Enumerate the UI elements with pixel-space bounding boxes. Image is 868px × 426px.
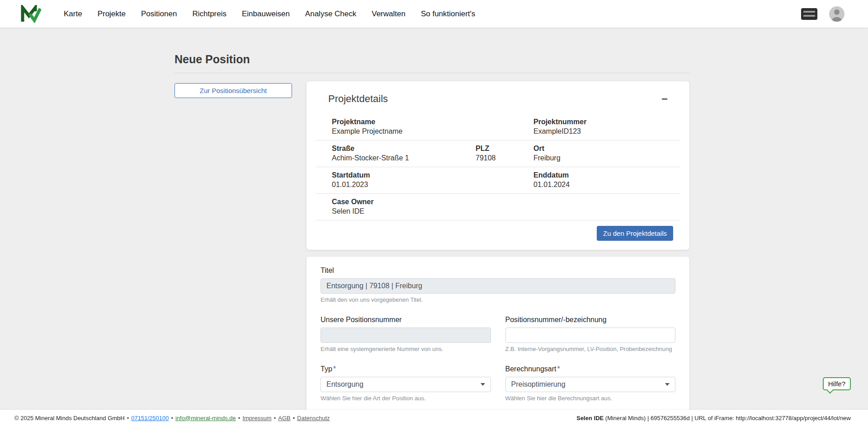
strasse-label: Straße [332,145,476,153]
main-nav: Karte Projekte Positionen Richtpreis Ein… [64,9,475,19]
titel-input [321,278,675,294]
table-row: Case Owner Selen IDE [316,194,680,220]
positionsnummer-help: Z.B. Interne-Vorgangsnummer, LV-Position… [505,346,676,352]
case-owner-value: Selen IDE [332,207,664,215]
main-content: Neue Position Zur Positionsübersicht Pro… [0,28,689,426]
unsere-positionsnummer-label: Unsere Positionsnummer [321,316,491,324]
titel-group: Titel Erhält den von uns vorgegebenen Ti… [321,267,675,303]
positionsnummer-label: Positionsnummer/-bezeichnung [505,316,676,324]
case-owner-label: Case Owner [332,198,664,206]
projektnummer-value: ExampleID123 [533,127,664,136]
project-details-card: Projektdetails − Projektname Example Pro… [307,81,689,250]
berechnungsart-label: Berechnungsart* [505,365,676,373]
separator-dot: • [171,415,173,421]
footer-user-name: Selen IDE [576,415,604,421]
table-row: Projektname Example Projectname Projektn… [316,114,680,140]
typ-help: Wählen Sie hier die Art der Position aus… [321,395,491,402]
separator-dot: • [274,415,276,421]
ort-label: Ort [533,145,664,153]
typ-selected-value: Entsorgung [326,380,363,389]
separator-dot: • [127,415,129,421]
typ-select[interactable]: Entsorgung [321,377,491,392]
project-card-title: Projektdetails [328,93,388,105]
enddatum-label: Enddatum [533,171,664,179]
phone-link[interactable]: 07151/250100 [131,415,169,421]
footer-session-details: (Mineral Minds) | 69576255536d | URL of … [604,415,851,421]
left-column: Zur Positionsübersicht [175,81,292,98]
logo-m-check-icon [20,5,41,23]
ort-value: Freiburg [533,154,664,162]
server-icon[interactable] [801,8,817,20]
top-navbar: Karte Projekte Positionen Richtpreis Ein… [0,0,868,28]
nav-karte[interactable]: Karte [64,9,82,19]
navbar-right [801,6,844,22]
berechnungsart-group: Berechnungsart* Preisoptimierung Wählen … [505,365,676,402]
page-title: Neue Position [175,53,689,66]
titel-help: Erhält den von uns vorgegebenen Titel. [321,296,675,303]
nav-einbauweisen[interactable]: Einbauweisen [242,9,290,19]
position-form-card: Titel Erhält den von uns vorgegebenen Ti… [307,257,689,426]
table-row: Straße Achim-Stocker-Straße 1 PLZ 79108 … [316,140,680,167]
unsere-positionsnummer-input [321,328,491,343]
nav-positionen[interactable]: Positionen [141,9,177,19]
nav-so-funktionierts[interactable]: So funktioniert's [421,9,475,19]
footer-left: © 2025 Mineral Minds Deutschland GmbH•07… [14,415,330,421]
berechnungsart-help: Wählen Sie hier die Berechnungsart aus. [505,395,676,402]
project-details-button[interactable]: Zu den Projektdetails [597,226,673,241]
footer: © 2025 Mineral Minds Deutschland GmbH•07… [0,410,868,426]
copyright-text: © 2025 Mineral Minds Deutschland GmbH [14,415,125,421]
email-link[interactable]: info@mineral-minds.de [175,415,236,421]
separator-dot: • [238,415,241,421]
typ-label-text: Typ [321,365,332,373]
enddatum-value: 01.01.2024 [533,181,664,189]
unsere-positionsnummer-group: Unsere Positionsnummer Erhält eine syste… [321,316,491,352]
typ-label: Typ* [321,365,491,373]
positionsnummer-group: Positionsnummer/-bezeichnung Z.B. Intern… [505,316,676,352]
title-divider [175,73,689,73]
datenschutz-link[interactable]: Datenschutz [297,415,330,421]
required-asterisk: * [333,365,336,373]
berechnungsart-select[interactable]: Preisoptimierung [505,377,676,392]
required-asterisk: * [557,365,560,373]
collapse-minus-icon[interactable]: − [661,94,668,104]
user-avatar[interactable] [829,6,844,22]
nav-verwalten[interactable]: Verwalten [372,9,406,19]
unsere-positionsnummer-help: Erhält eine systemgenerierte Nummer von … [321,346,491,352]
titel-label: Titel [321,267,675,275]
plz-value: 79108 [476,154,533,162]
help-button[interactable]: Hilfe? [823,377,851,390]
project-details-table: Projektname Example Projectname Projektn… [316,114,680,220]
footer-session-info: Selen IDE (Mineral Minds) | 69576255536d… [576,415,851,421]
nav-projekte[interactable]: Projekte [98,9,126,19]
back-to-positions-button[interactable]: Zur Positionsübersicht [175,83,292,98]
nav-analyse-check[interactable]: Analyse Check [305,9,356,19]
separator-dot: • [293,415,295,421]
table-row: Startdatum 01.01.2023 Enddatum 01.01.202… [316,167,680,194]
strasse-value: Achim-Stocker-Straße 1 [332,154,476,162]
startdatum-label: Startdatum [332,171,533,179]
projektname-label: Projektname [332,118,533,126]
projektname-value: Example Projectname [332,127,533,136]
plz-label: PLZ [476,145,533,153]
impressum-link[interactable]: Impressum [242,415,271,421]
startdatum-value: 01.01.2023 [332,181,533,189]
typ-group: Typ* Entsorgung Wählen Sie hier die Art … [321,365,491,402]
chevron-down-icon [665,383,670,386]
right-column: Projektdetails − Projektname Example Pro… [307,81,689,426]
agb-link[interactable]: AGB [278,415,290,421]
projektnummer-label: Projektnummer [533,118,664,126]
positionsnummer-input[interactable] [505,328,676,343]
berechnungsart-label-text: Berechnungsart [505,365,557,373]
nav-richtpreis[interactable]: Richtpreis [192,9,226,19]
berechnungsart-selected-value: Preisoptimierung [511,380,566,389]
mineral-minds-logo[interactable] [20,5,41,23]
chevron-down-icon [481,383,485,386]
